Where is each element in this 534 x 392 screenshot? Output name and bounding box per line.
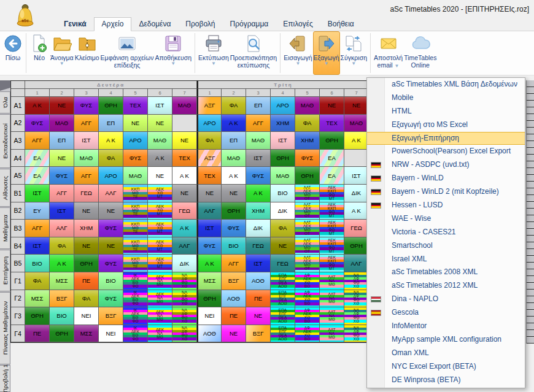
timetable-cell[interactable]: ΝΕ bbox=[222, 325, 246, 343]
timetable-cell[interactable]: ΙΣΤ bbox=[148, 97, 172, 115]
timetable-cell[interactable]: ΛΛΤΛΕΚΜΘΟΤ bbox=[295, 220, 320, 237]
export-menu-item[interactable]: aSc Timetables 2012 XML bbox=[367, 279, 525, 293]
export-menu-item[interactable]: Hessen - LUSD bbox=[367, 199, 525, 212]
timetable-cell[interactable]: ΔΙΚ bbox=[172, 255, 197, 272]
timetable-cell[interactable]: ΝΕ bbox=[222, 185, 246, 202]
timetable-cell[interactable]: ΘΡΗ bbox=[320, 132, 344, 150]
export-menu-item[interactable]: Gescola bbox=[367, 306, 525, 320]
timetable-cell[interactable]: ΒΙΟ bbox=[25, 255, 50, 272]
timetable-cell[interactable]: ΜΑΘ bbox=[172, 97, 197, 115]
timetable-cell[interactable]: ΜΑΘ bbox=[271, 167, 295, 185]
timetable-cell[interactable]: ΘΡΗ bbox=[197, 290, 222, 308]
timetable-cell[interactable]: ΝΕ bbox=[320, 97, 344, 115]
timetable-cell[interactable]: ΝΕ bbox=[50, 150, 74, 167]
timetable-cell[interactable]: ΕΑ bbox=[25, 150, 50, 167]
timetable-cell[interactable]: ΝΕ bbox=[50, 97, 74, 115]
timetable-cell[interactable]: ΘΡΗ bbox=[295, 167, 320, 185]
export-menu-item[interactable]: Israel XML bbox=[367, 253, 525, 266]
timetable-cell[interactable]: ΜΣΣ bbox=[25, 290, 50, 308]
timetable-cell[interactable]: ΚΚΠΜΘΤΕ bbox=[123, 220, 148, 237]
timetable-cell[interactable]: ΘΡΗ bbox=[50, 325, 74, 343]
timetable-cell[interactable]: ΘΡΗ bbox=[99, 97, 123, 115]
export-menu-item[interactable]: NRW - ASDPC (uvd.txt) bbox=[367, 158, 525, 172]
timetable-cell[interactable]: ΛΛΤΝΛΜΘ bbox=[320, 325, 344, 343]
timetable-cell[interactable]: ΝΕ bbox=[99, 202, 123, 220]
timetable-cell[interactable]: ΔΕΚΝΛΜΘ bbox=[148, 325, 172, 343]
timetable-cell[interactable]: ΑΓΓ bbox=[74, 115, 99, 133]
timetable-cell[interactable]: ΦΥΣ bbox=[222, 220, 246, 237]
ribbon-tab-5[interactable]: Πρόγραμμα bbox=[223, 18, 276, 31]
timetable-cell[interactable]: ΔΙΚ bbox=[246, 220, 271, 237]
timetable-cell[interactable]: ΜΑΘ bbox=[74, 150, 99, 167]
timetable-cell[interactable]: ΒΙΟ bbox=[50, 307, 74, 325]
timetable-cell[interactable]: ΝΕ bbox=[271, 237, 295, 255]
timetable-cell[interactable]: ΒΙΟ bbox=[99, 272, 123, 290]
timetable-cell[interactable]: ΕΠΑΕΠΓΘΕΑΑΟΘ bbox=[271, 325, 295, 343]
toolbar-button-εξαγωγή[interactable]: Εξαγωγή▼ bbox=[313, 31, 340, 75]
timetable-cell[interactable]: ΦΥΣ bbox=[295, 150, 320, 167]
timetable-cell[interactable]: ΦΥΣ bbox=[25, 115, 50, 133]
timetable-cell[interactable]: ΦΑ bbox=[99, 150, 123, 167]
toolbar-button-εισαγωγή[interactable]: Εισαγωγή▼ bbox=[283, 31, 312, 75]
timetable-cell[interactable]: ΠΕ bbox=[25, 325, 50, 343]
timetable-cell[interactable]: ΝΕΙ bbox=[74, 307, 99, 325]
timetable-cell[interactable]: ΜΣΣ bbox=[50, 272, 74, 290]
timetable-cell[interactable]: ΜΑΘ bbox=[50, 115, 74, 133]
timetable-cell[interactable]: ΦΑ bbox=[25, 272, 50, 290]
timetable-cell[interactable]: ΧΗΜ bbox=[74, 220, 99, 237]
timetable-cell[interactable]: ΜΑΘ bbox=[246, 132, 271, 150]
timetable-cell[interactable]: ΛΛΤΛΕΚΜΘΟΤ bbox=[295, 202, 320, 220]
timetable-cell[interactable]: ΝΕ bbox=[172, 185, 197, 202]
toolbar-button-νέο[interactable]: Νέο bbox=[29, 31, 50, 75]
timetable-cell[interactable]: ΛΛΤΛΕΚΜΘΟΤ bbox=[295, 237, 320, 255]
dropdown-caret-icon[interactable]: ▼ bbox=[171, 61, 176, 66]
class-row-label[interactable]: A4 bbox=[11, 150, 25, 167]
export-menu-item[interactable]: aSc Timetables XML Βάση Δεδομένων bbox=[367, 78, 525, 91]
timetable-cell[interactable]: ΑΡΟ bbox=[197, 115, 222, 133]
export-menu-item[interactable]: aSc Timetables 2008 XML bbox=[367, 266, 525, 279]
timetable-cell[interactable]: ΚΚΠΜΘΤΕ bbox=[123, 237, 148, 255]
timetable-cell[interactable]: ΝΕΙ bbox=[99, 325, 123, 343]
timetable-cell[interactable]: ΝΕ bbox=[123, 115, 148, 133]
timetable-cell[interactable]: ΝΛΔΦΦΘΧΘ bbox=[344, 290, 369, 308]
export-menu-item[interactable]: DE Winprosa (BETA) bbox=[367, 374, 525, 387]
timetable-cell[interactable]: ΒΞΓ bbox=[99, 307, 123, 325]
dropdown-caret-icon[interactable]: ▼ bbox=[60, 61, 64, 66]
export-menu-item[interactable]: Dina - NAPLO bbox=[367, 293, 525, 306]
timetable-cell[interactable]: ΜΑΘ bbox=[344, 115, 369, 133]
timetable-cell[interactable]: ΦΥΣ bbox=[246, 167, 271, 185]
view-tab-3[interactable]: Αίθουσες bbox=[0, 169, 10, 207]
timetable-cell[interactable]: ΦΑ bbox=[295, 115, 320, 133]
class-row-label[interactable]: A1 bbox=[11, 97, 25, 115]
export-menu-item[interactable]: PowerSchool(Pearson) Excel Export bbox=[367, 145, 525, 158]
timetable-cell[interactable]: ΤΕΧ bbox=[123, 97, 148, 115]
timetable-cell[interactable]: ΝΕ bbox=[148, 167, 172, 185]
timetable-cell[interactable]: ΕΠΑΕΠΓΘΕΑΑΟΘ bbox=[271, 290, 295, 308]
export-menu-item[interactable]: Mobile bbox=[367, 91, 525, 105]
class-row-label[interactable]: B4 bbox=[11, 237, 25, 255]
timetable-cell[interactable]: ΦΑ bbox=[50, 237, 74, 255]
timetable-cell[interactable]: ΦΥΣ bbox=[74, 97, 99, 115]
timetable-cell[interactable]: ΔΦΛΕΚΧΘΒΘ bbox=[295, 325, 320, 343]
export-menu-item[interactable]: Εξαγωγή στο MS Excel bbox=[367, 118, 525, 132]
timetable-cell[interactable]: ΦΥΣ bbox=[99, 220, 123, 237]
timetable-cell[interactable]: ΑΡΟ bbox=[99, 167, 123, 185]
timetable-cell[interactable]: ΙΣΤ bbox=[271, 132, 295, 150]
timetable-cell[interactable]: ΙΣΤ bbox=[25, 185, 50, 202]
timetable-cell[interactable]: ΘΡΗ bbox=[25, 307, 50, 325]
timetable-cell[interactable]: ΑΞΓ bbox=[197, 97, 222, 115]
class-row-label[interactable]: A3 bbox=[11, 132, 25, 150]
timetable-cell[interactable]: ΝΕ bbox=[99, 237, 123, 255]
timetable-cell[interactable]: ΛΕΚΚΚΠΦΘΜΤ bbox=[320, 237, 344, 255]
timetable-cell[interactable]: ΛΕΚΧΘΜΤ bbox=[148, 220, 172, 237]
timetable-cell[interactable]: ΝΕ bbox=[197, 185, 222, 202]
timetable-cell[interactable]: ΕΠ bbox=[246, 97, 271, 115]
timetable-cell[interactable]: ΝΕΙ bbox=[197, 307, 222, 325]
timetable-cell[interactable]: ΒΞΓ bbox=[50, 290, 74, 308]
export-menu-item[interactable]: Victoria - CASES21 bbox=[367, 226, 525, 239]
timetable-cell[interactable] bbox=[344, 150, 369, 167]
timetable-cell[interactable]: ΑΟΘ bbox=[197, 325, 222, 343]
timetable-cell[interactable]: ΕΠΑΕΠΓΘΕΑΑΟΘ bbox=[271, 272, 295, 290]
timetable-cell[interactable]: Α Κ bbox=[222, 115, 246, 133]
export-menu-item[interactable]: Εξαγωγή-Επιτήρηση bbox=[367, 132, 525, 145]
